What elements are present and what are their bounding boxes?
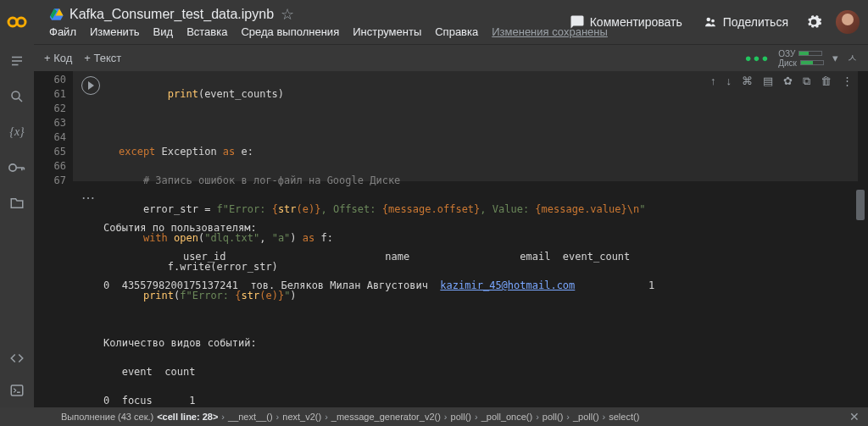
line-gutter: 6061626364656667 [46, 73, 66, 188]
svg-point-2 [706, 18, 710, 22]
comment-button[interactable]: Комментировать [561, 9, 691, 35]
cell-settings-icon[interactable]: ✿ [783, 75, 793, 88]
menubar: Файл Изменить Вид Вставка Среда выполнен… [49, 25, 608, 38]
output-menu-icon[interactable]: ⋯ [81, 190, 96, 206]
svg-point-4 [12, 91, 19, 99]
mirror-icon[interactable]: ⧉ [803, 75, 810, 88]
move-down-icon[interactable]: ↓ [726, 75, 732, 88]
exec-status: Выполнение (43 сек.) [61, 412, 153, 422]
svg-rect-6 [11, 385, 23, 396]
run-button[interactable] [81, 76, 100, 95]
move-up-icon[interactable]: ↑ [710, 75, 716, 88]
notebook-area: ↑ ↓ ⌘ ▤ ✿ ⧉ 🗑 ⋮ 6061626364656667 print(e… [34, 71, 868, 407]
variables-icon[interactable]: {x} [8, 124, 25, 141]
link-icon[interactable]: ⌘ [742, 75, 753, 88]
email-link[interactable]: kazimir_45@hotmail.com [440, 279, 575, 291]
ram-label: ОЗУ [778, 49, 795, 58]
cell-toolbar: + Код + Текст ●●● ОЗУ Диск ▾ ㅅ [34, 44, 868, 71]
cell-action-bar: ↑ ↓ ⌘ ▤ ✿ ⧉ 🗑 ⋮ [710, 75, 853, 88]
stack-frame[interactable]: <cell line: 28> [157, 412, 218, 422]
menu-insert[interactable]: Вставка [186, 25, 227, 38]
busy-indicator: ●●● [745, 52, 771, 64]
header-actions: Комментировать Поделиться [561, 8, 860, 36]
delete-icon[interactable]: 🗑 [821, 75, 832, 88]
add-code-button[interactable]: + Код [44, 52, 72, 64]
menu-file[interactable]: Файл [49, 25, 76, 38]
svg-point-5 [9, 164, 16, 171]
files-icon[interactable] [8, 195, 25, 212]
menu-runtime[interactable]: Среда выполнения [241, 25, 339, 38]
cell-more-icon[interactable]: ⋮ [842, 75, 853, 88]
runtime-menu-caret[interactable]: ▾ [832, 52, 838, 64]
stack-frame[interactable]: __next__() [228, 412, 273, 422]
stack-frame[interactable]: _message_generator_v2() [331, 412, 441, 422]
cell-output: События по пользователям: user_id name e… [103, 207, 851, 407]
stack-frame[interactable]: next_v2() [282, 412, 321, 422]
title-row: Kafka_Consumer_test_data.ipynb ☆ [49, 5, 294, 24]
toc-icon[interactable] [8, 53, 25, 69]
search-icon[interactable] [8, 88, 25, 105]
share-label: Поделиться [723, 15, 788, 29]
disk-label: Диск [778, 58, 797, 68]
avatar[interactable] [836, 10, 860, 34]
gear-icon [805, 14, 822, 30]
stack-frame[interactable]: _poll() [573, 412, 599, 422]
code-snippets-icon[interactable] [8, 350, 25, 367]
cell-comment-icon[interactable]: ▤ [763, 75, 773, 88]
stack-frame[interactable]: _poll_once() [481, 412, 533, 422]
secrets-icon[interactable] [8, 159, 25, 176]
menu-tools[interactable]: Инструменты [353, 25, 421, 38]
menu-edit[interactable]: Изменить [90, 25, 140, 38]
stack-frame[interactable]: poll() [451, 412, 471, 422]
add-text-button[interactable]: + Текст [84, 52, 121, 64]
svg-point-1 [17, 18, 25, 26]
resource-meter[interactable]: ОЗУ Диск [778, 49, 824, 68]
comment-icon [570, 14, 585, 30]
svg-point-3 [711, 19, 715, 23]
stack-frame[interactable]: select() [609, 412, 639, 422]
drive-icon [49, 7, 64, 22]
output-scrollbar[interactable] [856, 190, 865, 402]
left-sidebar: {x} [0, 44, 34, 407]
menu-view[interactable]: Вид [153, 25, 174, 38]
share-icon [703, 14, 718, 30]
stack-frame[interactable]: poll() [542, 412, 563, 422]
terminal-icon[interactable] [8, 382, 25, 399]
status-bar: Выполнение (43 сек.) <cell line: 28>› __… [0, 407, 868, 426]
close-status-icon[interactable]: ✕ [849, 410, 860, 423]
notebook-title[interactable]: Kafka_Consumer_test_data.ipynb [70, 7, 274, 22]
colab-logo[interactable] [7, 12, 27, 32]
star-icon[interactable]: ☆ [281, 5, 294, 24]
menu-help[interactable]: Справка [435, 25, 478, 38]
collapse-caret[interactable]: ㅅ [847, 51, 858, 66]
share-button[interactable]: Поделиться [694, 9, 797, 35]
settings-button[interactable] [800, 8, 827, 36]
comment-label: Комментировать [590, 15, 682, 29]
